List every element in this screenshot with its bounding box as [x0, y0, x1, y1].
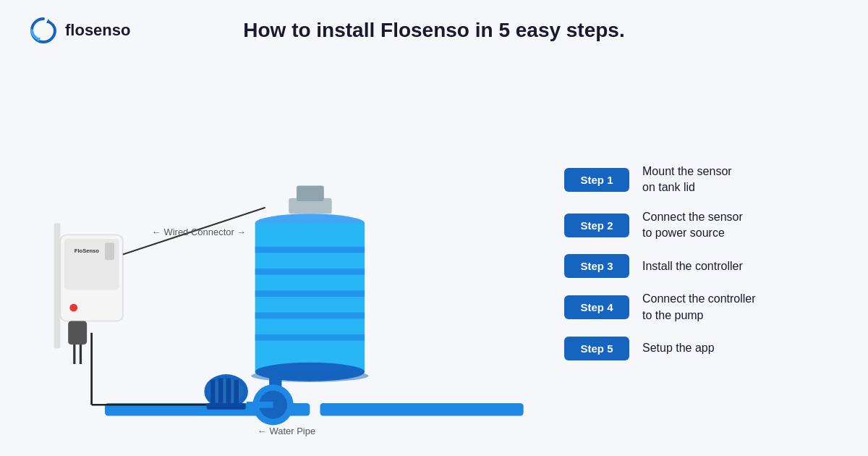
header: flosenso How to install Flosenso in 5 ea…	[0, 0, 868, 52]
svg-text:FloSenso: FloSenso	[75, 248, 99, 254]
step-row-1: Step 1 Mount the sensoron tank lid	[564, 164, 839, 196]
main-content: FloSenso ← Wired Connector →	[0, 52, 868, 450]
step-5-badge: Step 5	[564, 337, 629, 360]
svg-rect-32	[210, 380, 215, 403]
step-row-3: Step 3 Install the controller	[564, 254, 839, 278]
svg-point-22	[251, 370, 368, 382]
svg-rect-35	[234, 380, 238, 403]
svg-rect-13	[297, 185, 324, 201]
svg-rect-6	[105, 242, 114, 260]
svg-rect-25	[320, 403, 523, 415]
svg-rect-34	[226, 378, 231, 403]
step-1-label: Mount the sensoron tank lid	[642, 164, 732, 196]
svg-rect-20	[255, 334, 365, 341]
step-3-badge: Step 3	[564, 254, 629, 278]
svg-rect-16	[255, 247, 365, 253]
svg-rect-31	[207, 403, 246, 410]
step-2-badge: Step 2	[564, 214, 629, 237]
svg-rect-18	[255, 290, 365, 297]
logo-area: flosenso	[29, 16, 159, 45]
water-pipe-label: ← Water Pipe	[258, 426, 315, 436]
step-row-4: Step 4 Connect the controllerto the pump	[564, 291, 839, 324]
svg-rect-30	[247, 402, 273, 408]
svg-rect-8	[68, 321, 87, 345]
step-row-5: Step 5 Setup the app	[564, 337, 839, 360]
step-5-label: Setup the app	[642, 340, 715, 356]
steps-area: Step 1 Mount the sensoron tank lid Step …	[564, 156, 839, 360]
step-2-label: Connect the sensorto power source	[642, 209, 743, 242]
wired-connector-label: ← Wired Connector →	[152, 227, 246, 237]
diagram-area: FloSenso ← Wired Connector →	[29, 67, 564, 450]
diagram-svg: FloSenso ← Wired Connector →	[29, 67, 564, 450]
step-4-label: Connect the controllerto the pump	[642, 291, 756, 324]
logo-icon	[29, 16, 58, 45]
svg-rect-15	[255, 223, 365, 372]
step-4-badge: Step 4	[564, 295, 629, 319]
step-3-label: Install the controller	[642, 258, 743, 274]
svg-rect-17	[255, 269, 365, 275]
svg-point-7	[69, 304, 77, 312]
svg-rect-2	[54, 223, 61, 348]
svg-rect-19	[255, 313, 365, 319]
svg-rect-33	[218, 378, 223, 403]
step-row-2: Step 2 Connect the sensorto power source	[564, 209, 839, 242]
logo-text: flosenso	[65, 21, 130, 40]
step-1-badge: Step 1	[564, 168, 629, 192]
page-title: How to install Flosenso in 5 easy steps.	[159, 19, 709, 42]
